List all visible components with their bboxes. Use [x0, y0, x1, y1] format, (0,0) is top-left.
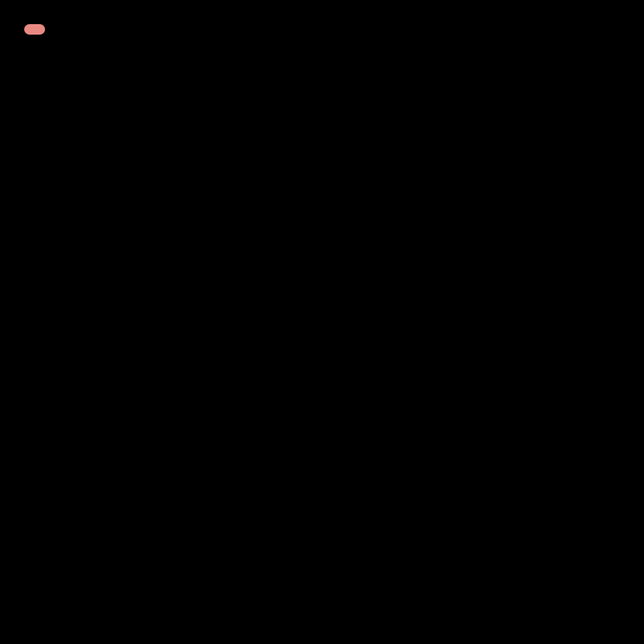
optimal-marker [24, 24, 45, 35]
plot-area [24, 24, 620, 620]
chart-frame [0, 0, 644, 644]
bottleneck-curve [24, 24, 620, 620]
